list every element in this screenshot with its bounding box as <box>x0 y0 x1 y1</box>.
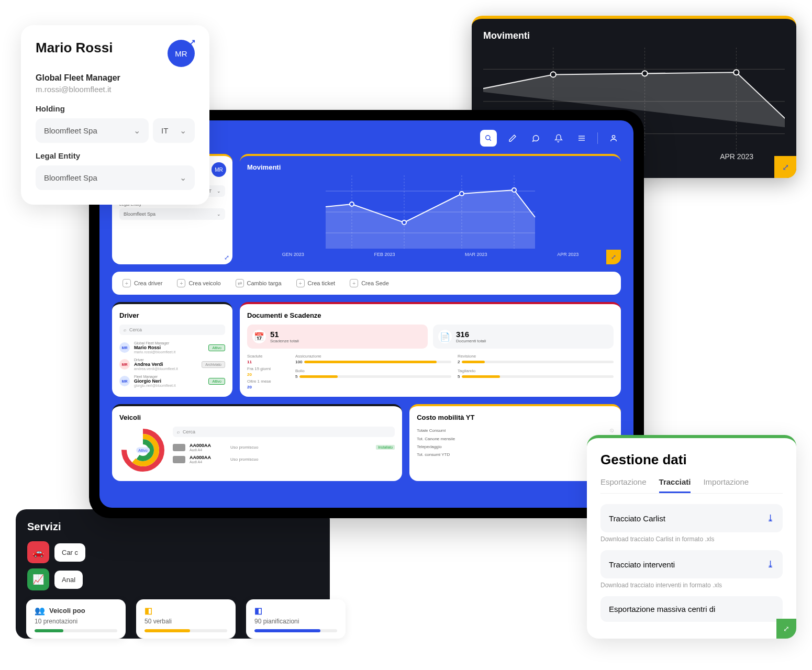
svg-point-9 <box>486 136 490 140</box>
expand-icon[interactable]: ⤢ <box>776 619 796 639</box>
search-icon[interactable] <box>480 130 497 147</box>
expand-icon[interactable]: ⤢ <box>774 156 796 178</box>
analytics-icon: 📈 <box>27 568 49 590</box>
tab-export[interactable]: Esportazione <box>600 477 647 493</box>
divider <box>597 132 598 144</box>
chat-icon[interactable] <box>528 131 543 146</box>
vehicle-row[interactable]: AA000AAAudi A4 Uso promiscuo <box>173 453 395 465</box>
documents-stat: 📄 316Documenti totali <box>433 325 614 349</box>
create-vehicle-button[interactable]: +Crea veicolo <box>177 279 220 287</box>
create-driver-button[interactable]: +Crea driver <box>123 279 162 287</box>
info-icon[interactable]: ⓘ <box>610 428 614 433</box>
status-badge: Attivo <box>208 378 225 385</box>
kpi-icon: 👥 <box>35 606 45 616</box>
change-plate-button[interactable]: ⇄Cambio targa <box>236 279 282 287</box>
download-interventi-button[interactable]: Tracciato interventi⤓ <box>600 550 783 578</box>
expand-icon[interactable]: ⤢ <box>606 250 621 264</box>
svg-point-6 <box>551 72 556 77</box>
quick-actions-bar: +Crea driver +Crea veicolo ⇄Cambio targa… <box>112 272 621 295</box>
documents-card: Documenti e Scadenze 📅 51Scadenze totali… <box>240 302 621 397</box>
avatar: MR <box>119 376 130 386</box>
expand-icon[interactable]: ⤢ <box>224 254 229 261</box>
chevron-down-icon <box>134 126 140 136</box>
car-icon <box>173 444 185 451</box>
edit-icon[interactable] <box>505 131 520 146</box>
bell-icon[interactable] <box>551 131 566 146</box>
search-icon: ⌕ <box>177 429 180 434</box>
tab-import[interactable]: Importazione <box>703 477 749 493</box>
chart-x-labels: GEN 2023 FEB 2023 MAR 2023 APR 2023 <box>247 252 614 257</box>
movimenti-chart-card: Movimenti <box>240 154 621 264</box>
download-icon: ⤓ <box>766 512 774 524</box>
kpi-icon: ◧ <box>254 606 262 616</box>
status-badge: Archiviato <box>202 361 225 368</box>
svg-point-14 <box>612 136 615 138</box>
legal-entity-select[interactable]: Bloomfleet Spa⌄ <box>119 208 225 220</box>
swap-icon: ⇄ <box>236 279 244 287</box>
legal-label: Legal Entity <box>36 151 195 160</box>
kpi-card[interactable]: 👥Veicoli poo 10 prenotazioni <box>26 599 126 639</box>
card-title: Driver <box>119 311 225 319</box>
vehicles-card: Veicoli Attivo ⌕Cerca AA000AAAudi A4 Uso… <box>112 404 402 481</box>
holding-label: Holding <box>36 104 195 113</box>
vehicle-search-input[interactable]: ⌕Cerca <box>173 427 395 437</box>
holding-select[interactable]: Bloomfleet Spa <box>36 118 149 143</box>
create-ticket-button[interactable]: +Crea ticket <box>296 279 336 287</box>
status-badge: Installato <box>376 445 395 450</box>
avatar[interactable]: MR <box>212 162 226 177</box>
deadlines-stat: 📅 51Scadenze totali <box>247 325 428 349</box>
driver-row[interactable]: MR Global Fleet ManagerMario Rossimario.… <box>119 339 225 356</box>
menu-icon[interactable] <box>574 131 589 146</box>
profile-email: m.rossi@bloomfleet.it <box>36 85 195 94</box>
document-icon: 📄 <box>438 330 452 343</box>
vehicle-row[interactable]: AA000AAAudi A4 Uso promiscuo Installato <box>173 441 395 453</box>
tab-tracciati[interactable]: Tracciati <box>659 477 691 493</box>
profile-card: Mario Rossi MR Global Fleet Manager m.ro… <box>21 25 209 205</box>
card-title: Veicoli <box>119 414 395 421</box>
card-title: Gestione dati <box>600 452 783 468</box>
plus-icon: + <box>177 279 185 287</box>
bulk-export-button[interactable]: Esportazione massiva centri di <box>600 596 783 622</box>
kpi-card[interactable]: ◧ 50 verbali <box>136 599 236 639</box>
svg-point-22 <box>350 202 354 206</box>
svg-point-8 <box>733 70 739 75</box>
download-carlist-button[interactable]: Tracciato Carlist⤓ <box>600 504 783 532</box>
card-title: Costo mobilità YT <box>417 414 614 421</box>
user-icon[interactable] <box>606 131 621 146</box>
driver-row[interactable]: MR Fleet ManagerGiorgio Nerigiorgio.neri… <box>119 373 225 389</box>
avatar[interactable]: MR <box>168 40 195 67</box>
calendar-icon: 📅 <box>252 330 266 343</box>
svg-point-7 <box>642 71 647 76</box>
create-site-button[interactable]: +Crea Sede <box>350 279 389 287</box>
chart-title: Movimenti <box>483 30 785 41</box>
driver-card: Driver ⌕Cerca MR Global Fleet ManagerMar… <box>112 302 232 397</box>
legal-entity-select[interactable]: Bloomfleet Spa <box>36 165 195 190</box>
avatar: MR <box>119 342 130 353</box>
svg-line-10 <box>490 139 491 141</box>
avatar: MR <box>119 359 130 370</box>
chevron-down-icon <box>180 173 186 183</box>
status-badge: Attivo <box>208 344 225 351</box>
language-select[interactable]: IT <box>153 118 195 143</box>
kpi-card[interactable]: ◧ 90 pianificazioni <box>246 599 346 639</box>
chart-title: Movimenti <box>247 163 614 171</box>
kpi-icon: ◧ <box>144 606 152 616</box>
plus-icon: + <box>296 279 305 287</box>
donut-chart: Attivo <box>119 427 166 474</box>
search-icon: ⌕ <box>124 327 126 332</box>
driver-search-input[interactable]: ⌕Cerca <box>119 325 225 335</box>
service-item[interactable]: 🚗 Car c <box>27 541 318 563</box>
svg-point-25 <box>512 188 516 192</box>
plus-icon: + <box>123 279 131 287</box>
download-icon: ⤓ <box>766 559 774 570</box>
tabs: Esportazione Tracciati Importazione <box>600 477 783 494</box>
kpi-row: 👥Veicoli poo 10 prenotazioni ◧ 50 verbal… <box>26 599 346 639</box>
driver-row[interactable]: MR DriverAndrea Verdiandrea.verdi@bloomf… <box>119 356 225 373</box>
card-title: Servizi <box>27 521 318 533</box>
svg-point-24 <box>460 192 464 196</box>
car-icon: 🚗 <box>27 541 49 563</box>
chart-area <box>247 175 614 249</box>
service-item[interactable]: 📈 Anal <box>27 568 318 590</box>
svg-point-23 <box>402 220 406 225</box>
item-description: Download tracciato Carlist in formato .x… <box>600 535 783 543</box>
